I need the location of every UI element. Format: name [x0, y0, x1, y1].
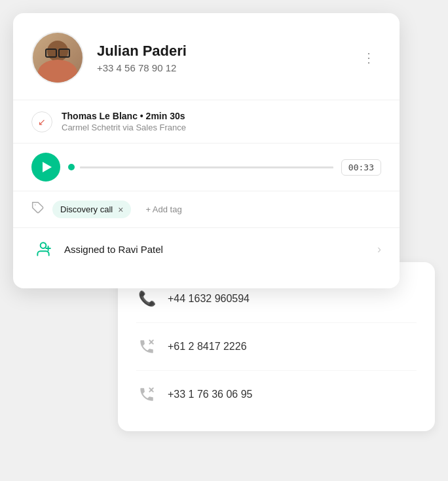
progress-track: [80, 166, 333, 168]
avatar-glasses: [45, 50, 71, 56]
assigned-text: Assigned to Ravi Patel: [64, 244, 377, 255]
outgoing-call-icon-1: [136, 336, 157, 357]
list-item: +61 2 8417 2226: [136, 323, 417, 371]
time-badge: 00:33: [341, 159, 381, 176]
tag-label: Discovery call: [60, 204, 113, 214]
assigned-row[interactable]: Assigned to Ravi Patel ›: [31, 228, 381, 270]
user-phone: +33 4 56 78 90 12: [97, 62, 357, 73]
outgoing-call-icon-2: [136, 384, 157, 405]
call-via: Carmel Schetrit via Sales France: [62, 123, 381, 132]
progress-fill: [80, 166, 333, 168]
svg-point-1: [41, 242, 47, 248]
call-number-3: +33 1 76 36 06 95: [168, 389, 252, 400]
audio-player: 00:33: [31, 144, 381, 191]
progress-dot: [68, 164, 75, 170]
avatar: [31, 31, 84, 84]
call-meta: Thomas Le Blanc • 2min 30s Carmel Schetr…: [62, 111, 381, 132]
call-number-1: +44 1632 960594: [168, 293, 250, 305]
play-button[interactable]: [31, 153, 60, 182]
user-name: Julian Paderi: [97, 43, 357, 60]
tag-icon: [31, 201, 45, 218]
call-info-row: ↙ Thomas Le Blanc • 2min 30s Carmel Sche…: [31, 100, 381, 143]
main-card: Julian Paderi +33 4 56 78 90 12 ⋮ ↙ Thom…: [13, 13, 400, 288]
incoming-call-icon: 📞: [136, 288, 157, 309]
add-tag-button[interactable]: + Add tag: [139, 201, 188, 218]
header-info: Julian Paderi +33 4 56 78 90 12: [97, 43, 357, 73]
tags-row: Discovery call × + Add tag: [31, 191, 381, 227]
discovery-call-tag: Discovery call ×: [52, 201, 131, 218]
card-header: Julian Paderi +33 4 56 78 90 12 ⋮: [31, 31, 381, 84]
call-direction-icon: ↙: [31, 111, 52, 132]
call-number-2: +61 2 8417 2226: [168, 341, 247, 353]
chevron-right-icon: ›: [377, 242, 381, 256]
more-button[interactable]: ⋮: [357, 48, 381, 67]
progress-container[interactable]: [68, 164, 333, 170]
list-item: +33 1 76 36 06 95: [136, 371, 417, 418]
call-caller: Thomas Le Blanc • 2min 30s: [62, 111, 381, 121]
tag-close-button[interactable]: ×: [118, 205, 123, 214]
incoming-arrow-icon: ↙: [38, 117, 46, 127]
assign-person-icon: [31, 237, 55, 261]
page-wrapper: 📞 +44 1632 960594 +61 2 8417 2226 +33 1 …: [13, 13, 435, 288]
play-icon: [43, 162, 52, 172]
